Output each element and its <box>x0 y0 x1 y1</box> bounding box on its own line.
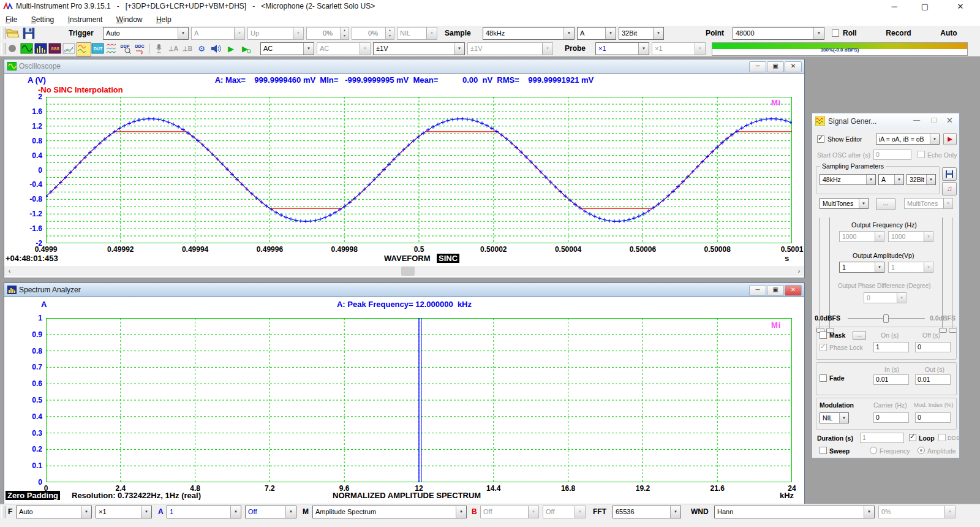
chevron-down-icon[interactable]: ▼ <box>926 175 935 184</box>
ddp-viewer-icon[interactable]: DDP <box>119 42 133 55</box>
menu-window[interactable]: Window <box>111 14 148 25</box>
mod-index-input[interactable]: 0 <box>915 412 951 423</box>
calibration-tool-icon[interactable]: ⚙ <box>195 42 208 55</box>
chevron-down-icon[interactable]: ▼ <box>930 134 939 144</box>
menu-instrument[interactable]: Instrument <box>62 14 108 25</box>
fft-size-select[interactable]: 65536▼ <box>612 506 681 518</box>
record-button[interactable]: Record <box>872 27 925 40</box>
minimize-icon[interactable]: ─ <box>749 61 766 72</box>
sampling-rate-select[interactable]: 48kHz▼ <box>483 27 575 40</box>
gen-channel-select[interactable]: A▼ <box>878 174 904 185</box>
waveform-a-select[interactable]: MultiTones▼ <box>820 198 869 209</box>
minimize-icon[interactable]: — <box>913 116 920 123</box>
chevron-down-icon[interactable]: ▼ <box>813 28 824 39</box>
coupling-a-select[interactable]: AC▼ <box>260 42 314 55</box>
mask-off-input[interactable]: 0 <box>915 342 951 352</box>
data-logger-icon[interactable] <box>77 42 91 56</box>
gen-music-note-icon[interactable]: ♫ <box>942 182 957 195</box>
fade-out-input[interactable]: 0.01 <box>915 374 951 385</box>
minimize-icon[interactable]: ─ <box>749 285 766 296</box>
loop-checkbox[interactable] <box>909 434 916 441</box>
chevron-down-icon[interactable]: ▼ <box>653 28 663 39</box>
chevron-down-icon[interactable]: ▼ <box>859 199 868 208</box>
freq-multiplier-select[interactable]: ×1▼ <box>96 506 152 518</box>
gen-save-icon[interactable] <box>942 167 957 181</box>
chevron-down-icon[interactable]: ▼ <box>285 506 296 518</box>
record-length-select[interactable]: 48000▼ <box>733 27 824 40</box>
fade-in-input[interactable]: 0.01 <box>873 374 909 385</box>
a-gain-select[interactable]: 1▼ <box>167 506 241 518</box>
menu-help[interactable]: Help <box>151 14 177 25</box>
chevron-down-icon[interactable]: ▼ <box>230 506 241 518</box>
chevron-down-icon[interactable]: ▼ <box>564 28 574 39</box>
probe-a-select[interactable]: ×1▼ <box>595 42 649 55</box>
save-icon[interactable] <box>22 27 36 40</box>
menu-setting[interactable]: Setting <box>26 14 59 25</box>
trigger-position-spinner[interactable]: 0%▲▼ <box>352 27 394 40</box>
microphone-icon[interactable] <box>153 42 166 55</box>
chevron-down-icon[interactable]: ▼ <box>875 262 884 272</box>
chevron-down-icon[interactable]: ▼ <box>864 506 874 518</box>
spectrum-titlebar[interactable]: Spectrum Analyzer ─ ▣ ✕ <box>4 283 804 297</box>
chevron-down-icon[interactable]: ▼ <box>866 175 875 184</box>
maximize-icon[interactable]: ▢ <box>931 116 937 124</box>
play-icon[interactable]: ▶ <box>224 42 238 55</box>
close-icon[interactable]: ✕ <box>946 116 953 125</box>
record-indicator-icon[interactable] <box>6 42 20 55</box>
roll-checkbox[interactable] <box>832 29 839 37</box>
chevron-down-icon[interactable]: ▼ <box>141 506 151 518</box>
chevron-down-icon[interactable]: ▼ <box>605 28 616 39</box>
device-test-plan-icon[interactable]: DUT <box>91 42 105 55</box>
mask-browse-button[interactable]: ... <box>853 331 866 340</box>
measurement-mode-select[interactable]: Amplitude Spectrum▼ <box>312 506 467 518</box>
restore-icon[interactable]: ▣ <box>767 285 784 296</box>
spectrum-3d-plot-icon[interactable] <box>62 42 76 55</box>
trigger-mode-select[interactable]: Auto▼ <box>103 27 189 40</box>
close-icon[interactable]: ✕ <box>785 61 802 72</box>
signal-generator-titlebar[interactable]: Signal Gener... — ▢ ✕ <box>812 113 959 129</box>
open-file-icon[interactable] <box>6 27 20 40</box>
spinner-arrows-icon[interactable]: ▲▼ <box>340 28 349 39</box>
chevron-down-icon[interactable]: ▼ <box>303 43 314 55</box>
close-icon[interactable]: ✕ <box>785 285 802 296</box>
scroll-left-icon[interactable]: ‹ <box>4 266 15 276</box>
range-a-select[interactable]: ±1V▼ <box>373 42 465 55</box>
chevron-down-icon[interactable]: ▼ <box>670 506 680 518</box>
window-function-select[interactable]: Hann▼ <box>714 506 875 518</box>
auto-scale-button[interactable]: Auto <box>931 27 967 40</box>
play-loopback-icon[interactable]: ▶ <box>238 42 252 55</box>
fade-checkbox[interactable] <box>820 374 827 382</box>
gen-sampling-rate-select[interactable]: 48kHz▼ <box>820 174 876 185</box>
sinc-mode-badge[interactable]: SINC <box>437 254 459 263</box>
oscilloscope-plot[interactable] <box>46 97 792 243</box>
menu-file[interactable]: File <box>0 14 23 25</box>
a-processing-select[interactable]: Off▼ <box>245 506 296 518</box>
chevron-down-icon[interactable]: ▼ <box>638 43 649 55</box>
waveform-browse-button[interactable]: ... <box>876 198 895 210</box>
scrollbar-thumb[interactable] <box>401 267 415 276</box>
minimize-icon[interactable]: ─ <box>881 0 908 13</box>
zero-padding-badge[interactable]: Zero Padding <box>6 491 60 500</box>
modulation-select[interactable]: NIL▼ <box>820 412 849 423</box>
sampling-channel-select[interactable]: A▼ <box>577 27 616 40</box>
spectrum-plot[interactable] <box>46 318 792 482</box>
trigger-level-spinner[interactable]: 0%▲▼ <box>306 27 349 40</box>
freq-axis-mode-select[interactable]: Auto▼ <box>16 506 92 518</box>
scroll-right-icon[interactable]: › <box>794 266 804 276</box>
amplitude-a-select[interactable]: 1▼ <box>839 262 884 273</box>
show-editor-checkbox[interactable] <box>817 135 824 143</box>
ddc-icon[interactable]: DDC <box>134 42 147 55</box>
generator-play-icon[interactable]: ▶ <box>943 133 957 145</box>
maximize-icon[interactable]: ▢ <box>911 0 938 13</box>
gen-bit-depth-select[interactable]: 32Bit▼ <box>907 174 936 185</box>
spinner-arrows-icon[interactable]: ▲▼ <box>385 28 394 39</box>
oscilloscope-titlebar[interactable]: Oscilloscope ─ ▣ ✕ <box>4 59 804 73</box>
sweep-checkbox[interactable] <box>820 447 827 454</box>
balance-slider-handle[interactable] <box>883 314 889 323</box>
oscilloscope-scrollbar[interactable]: ‹ › <box>4 266 804 276</box>
bit-resolution-select[interactable]: 32Bit▼ <box>619 27 664 40</box>
mask-on-input[interactable]: 1 <box>873 342 909 352</box>
chevron-down-icon[interactable]: ▼ <box>839 413 848 423</box>
chevron-down-icon[interactable]: ▼ <box>178 28 188 39</box>
chevron-down-icon[interactable]: ▼ <box>894 175 903 184</box>
